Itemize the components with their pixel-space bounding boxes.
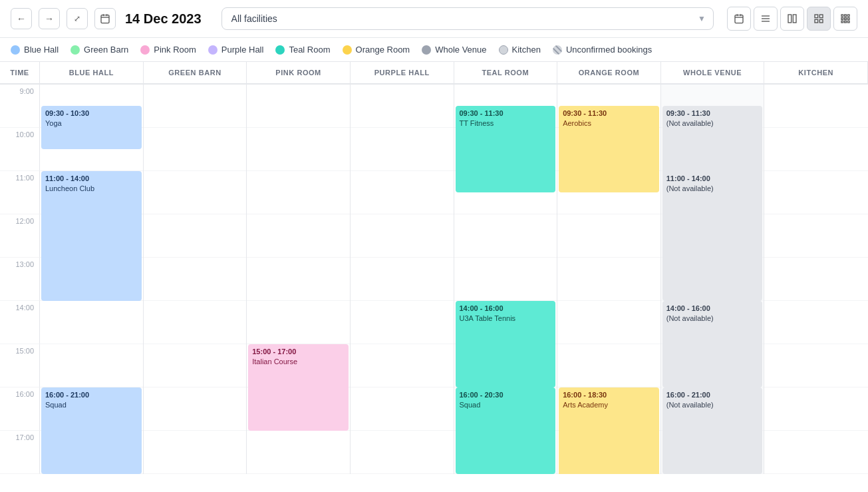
view-list-button[interactable]	[754, 7, 778, 31]
room-col-pink-room: 15:00 - 17:00 Italian Course	[247, 85, 351, 474]
event-name: Aerobics	[563, 119, 655, 128]
svg-rect-22	[847, 18, 849, 20]
slot	[454, 214, 557, 258]
event-tt-fitness[interactable]: 09:30 - 11:30 TT Fitness	[456, 106, 556, 192]
slot	[247, 301, 350, 344]
legend-dot-blue-hall	[11, 45, 20, 55]
legend-label-blue-hall: Blue Hall	[24, 45, 59, 55]
room-col-green-barn	[144, 85, 247, 474]
view-day-button[interactable]	[727, 7, 751, 31]
slot	[557, 344, 660, 387]
room-col-whole-venue: 09:30 - 11:30 (Not available) 11:00 - 14…	[661, 85, 765, 474]
svg-rect-15	[815, 19, 818, 23]
facility-select[interactable]: All facilities Blue Hall Green Barn Pink…	[221, 7, 714, 30]
slot	[351, 387, 454, 431]
time-17: 17:00	[0, 431, 40, 474]
slot	[351, 431, 454, 474]
view-week-button[interactable]	[780, 7, 804, 31]
event-name: Luncheon Club	[45, 184, 138, 194]
legend-whole-venue: Whole Venue	[422, 45, 486, 55]
svg-rect-25	[847, 21, 849, 23]
time-12: 12:00	[0, 214, 40, 258]
time-header: TIME	[0, 62, 40, 83]
legend-teal-room: Teal Room	[275, 45, 330, 55]
event-time: 09:30 - 10:30	[45, 109, 138, 119]
legend-unconfirmed: Unconfirmed bookings	[553, 45, 652, 55]
svg-rect-11	[788, 15, 792, 23]
event-squad-blue[interactable]: 16:00 - 21:00 Squad	[41, 387, 142, 474]
legend-label-unconfirmed: Unconfirmed bookings	[566, 45, 652, 55]
event-yoga[interactable]: 09:30 - 10:30 Yoga	[41, 106, 142, 149]
legend-purple-hall: Purple Hall	[208, 45, 264, 55]
facility-select-wrap: All facilities Blue Hall Green Barn Pink…	[221, 7, 714, 30]
view-multiroom-button[interactable]	[807, 7, 831, 31]
event-u3a-table-tennis[interactable]: 14:00 - 16:00 U3A Table Tennis	[456, 301, 556, 387]
view-grid-button[interactable]	[833, 7, 857, 31]
slot	[40, 301, 143, 344]
slot	[144, 301, 247, 344]
slot	[40, 344, 143, 387]
legend-orange-room: Orange Room	[343, 45, 410, 55]
slot	[764, 128, 868, 171]
slot	[351, 344, 454, 387]
event-time: 15:00 - 17:00	[252, 347, 345, 357]
legend-dot-kitchen	[499, 45, 508, 55]
time-9: 9:00	[0, 85, 40, 128]
slot	[351, 85, 454, 128]
event-name: Squad	[45, 400, 138, 410]
col-header-orange-room: ORANGE ROOM	[557, 62, 661, 83]
column-headers: TIME BLUE HALL GREEN BARN PINK ROOM PURP…	[0, 62, 868, 85]
event-squad-teal[interactable]: 16:00 - 20:30 Squad	[456, 387, 556, 474]
room-col-kitchen	[764, 85, 868, 474]
event-time: 09:30 - 11:30	[460, 109, 552, 119]
event-time: 16:00 - 18:30	[563, 390, 655, 400]
slot	[351, 214, 454, 258]
svg-rect-24	[845, 21, 847, 23]
event-time: 11:00 - 14:00	[45, 174, 138, 184]
room-col-orange-room: 09:30 - 11:30 Aerobics 16:00 - 18:30 Art…	[557, 85, 661, 474]
room-col-teal-room: 09:30 - 11:30 TT Fitness 14:00 - 16:00 U…	[454, 85, 558, 474]
legend-label-purple-hall: Purple Hall	[221, 45, 264, 55]
event-italian-course[interactable]: 15:00 - 17:00 Italian Course	[248, 344, 349, 431]
event-luncheon[interactable]: 11:00 - 14:00 Luncheon Club	[41, 171, 142, 301]
slot	[764, 344, 868, 387]
svg-rect-18	[845, 15, 847, 17]
legend: Blue Hall Green Barn Pink Room Purple Ha…	[0, 38, 868, 62]
collapse-button[interactable]: ⤢	[67, 8, 88, 29]
calendar-button[interactable]	[94, 8, 116, 29]
slot	[144, 85, 247, 128]
col-header-purple-hall: PURPLE HALL	[351, 62, 454, 83]
slot	[557, 214, 660, 258]
time-13: 13:00	[0, 258, 40, 301]
slot	[144, 387, 247, 431]
event-name: U3A Table Tennis	[460, 314, 552, 324]
event-not-avail-3[interactable]: 14:00 - 16:00 (Not available)	[662, 301, 763, 387]
event-name: (Not available)	[666, 400, 759, 410]
event-arts-academy[interactable]: 16:00 - 18:30 Arts Academy	[559, 387, 659, 474]
view-buttons	[727, 7, 857, 31]
event-time: 16:00 - 20:30	[460, 390, 552, 400]
calendar: TIME BLUE HALL GREEN BARN PINK ROOM PURP…	[0, 62, 868, 474]
legend-kitchen: Kitchen	[499, 45, 541, 55]
slot	[764, 431, 868, 474]
slot	[557, 301, 660, 344]
col-header-blue-hall: BLUE HALL	[40, 62, 144, 83]
next-button[interactable]: →	[39, 8, 60, 29]
event-name: Squad	[460, 400, 552, 410]
event-name: Yoga	[45, 119, 138, 128]
col-header-pink-room: PINK ROOM	[247, 62, 351, 83]
event-not-avail-4[interactable]: 16:00 - 21:00 (Not available)	[662, 387, 763, 474]
event-time: 11:00 - 14:00	[666, 174, 759, 184]
slot	[144, 258, 247, 301]
svg-rect-23	[841, 21, 843, 23]
svg-rect-16	[819, 19, 823, 23]
event-time: 16:00 - 21:00	[45, 390, 138, 400]
event-aerobics[interactable]: 09:30 - 11:30 Aerobics	[559, 106, 659, 192]
prev-button[interactable]: ←	[11, 8, 32, 29]
time-16: 16:00	[0, 387, 40, 431]
event-name: (Not available)	[666, 119, 759, 128]
slot	[351, 128, 454, 171]
col-header-green-barn: GREEN BARN	[144, 62, 247, 83]
event-not-avail-2[interactable]: 11:00 - 14:00 (Not available)	[662, 171, 763, 301]
event-time: 16:00 - 21:00	[666, 390, 759, 400]
